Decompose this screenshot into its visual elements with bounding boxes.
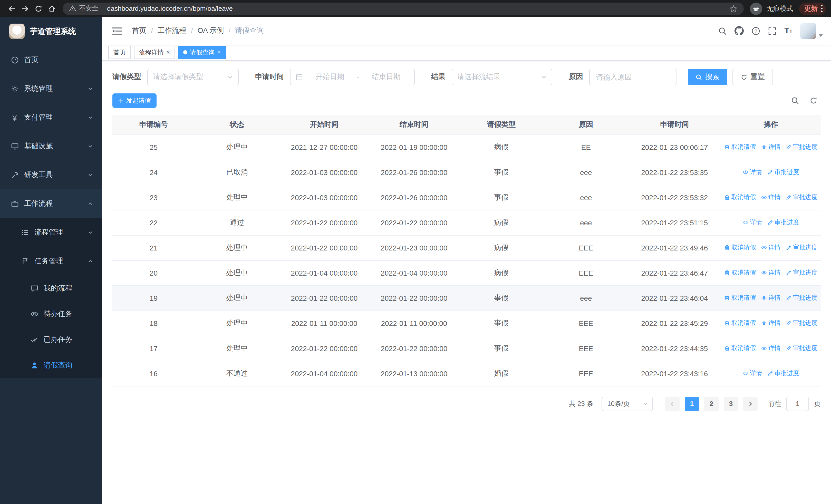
sidebar-item-system[interactable]: 系统管理 bbox=[0, 75, 102, 103]
browser-home-icon[interactable] bbox=[45, 2, 58, 15]
cell-operations: 取消请假详情审批进度 bbox=[721, 310, 821, 336]
detail-link[interactable]: 详情 bbox=[761, 269, 780, 277]
select-placeholder: 请选择请假类型 bbox=[153, 72, 203, 82]
cell-end-time: 2022-01-22 00:00:00 bbox=[369, 210, 459, 235]
page-button-1[interactable]: 1 bbox=[685, 396, 699, 411]
calendar-icon bbox=[296, 73, 303, 81]
tab-home[interactable]: 首页 bbox=[108, 46, 131, 59]
cancel-link[interactable]: 取消请假 bbox=[724, 143, 756, 152]
chevron-up-icon bbox=[88, 201, 93, 206]
progress-link[interactable]: 审批进度 bbox=[785, 269, 818, 277]
sidebar-item-task-management[interactable]: 任务管理 bbox=[0, 247, 102, 276]
page-size-select[interactable]: 10条/页 bbox=[602, 396, 653, 411]
breadcrumb-oa-example[interactable]: OA 示例 bbox=[198, 26, 224, 35]
detail-link[interactable]: 详情 bbox=[761, 344, 780, 353]
browser-menu-button[interactable]: 更新 bbox=[799, 2, 826, 14]
detail-link[interactable]: 详情 bbox=[761, 294, 780, 302]
cell-start-time: 2022-01-03 00:00:00 bbox=[279, 185, 369, 210]
tab-process-detail[interactable]: 流程详情 × bbox=[134, 46, 175, 59]
progress-link[interactable]: 审批进度 bbox=[785, 319, 818, 328]
col-leave-type: 请假类型 bbox=[459, 115, 544, 135]
close-icon[interactable]: × bbox=[166, 49, 170, 55]
detail-link[interactable]: 详情 bbox=[761, 243, 780, 252]
leave-type-select[interactable]: 请选择请假类型 bbox=[147, 69, 239, 85]
tab-leave-query[interactable]: 请假查询 × bbox=[178, 46, 226, 59]
close-icon[interactable]: × bbox=[217, 49, 221, 55]
table-row: 23处理中2022-01-03 00:00:002022-01-26 00:00… bbox=[112, 185, 821, 210]
detail-link[interactable]: 详情 bbox=[742, 369, 762, 378]
progress-link[interactable]: 审批进度 bbox=[767, 168, 799, 177]
cancel-link[interactable]: 取消请假 bbox=[724, 269, 756, 277]
help-icon[interactable]: ? bbox=[751, 26, 760, 35]
browser-back-icon[interactable] bbox=[5, 2, 19, 15]
fullscreen-icon[interactable] bbox=[768, 26, 777, 35]
search-icon[interactable] bbox=[718, 26, 727, 35]
detail-link[interactable]: 详情 bbox=[761, 319, 780, 328]
sidebar-item-infrastructure[interactable]: 基础设施 bbox=[0, 132, 102, 161]
page-button-2[interactable]: 2 bbox=[704, 396, 719, 411]
user-menu[interactable] bbox=[800, 23, 823, 39]
user-avatar[interactable] bbox=[800, 23, 816, 39]
cancel-link[interactable]: 取消请假 bbox=[724, 193, 756, 202]
reset-button[interactable]: 重置 bbox=[733, 69, 773, 85]
progress-link[interactable]: 审批进度 bbox=[785, 344, 818, 353]
cancel-link[interactable]: 取消请假 bbox=[724, 243, 756, 252]
table-row: 24已取消2022-01-03 00:00:002022-01-26 00:00… bbox=[112, 159, 821, 185]
page-button-3[interactable]: 3 bbox=[724, 396, 738, 411]
svg-text:?: ? bbox=[754, 28, 757, 34]
sidebar-item-home[interactable]: 首页 bbox=[0, 46, 102, 75]
col-apply-time: 申请时间 bbox=[628, 115, 721, 135]
cell-operations: 详情审批进度 bbox=[721, 159, 821, 185]
security-warning-icon[interactable] bbox=[69, 5, 77, 12]
progress-link[interactable]: 审批进度 bbox=[767, 218, 799, 227]
sidebar-item-leave-query[interactable]: 请假查询 bbox=[0, 353, 102, 378]
result-select[interactable]: 请选择流结果 bbox=[452, 69, 552, 85]
progress-link[interactable]: 审批进度 bbox=[785, 143, 818, 152]
pagination: 共 23 条 10条/页 123 前往 页 bbox=[112, 396, 821, 411]
cancel-link[interactable]: 取消请假 bbox=[724, 344, 756, 353]
cell-end-time: 2022-01-11 00:00:00 bbox=[369, 310, 459, 336]
browser-forward-icon[interactable] bbox=[19, 2, 32, 15]
reason-input[interactable] bbox=[589, 69, 677, 85]
sidebar-collapse-icon[interactable] bbox=[109, 24, 125, 38]
goto-page-input[interactable] bbox=[786, 396, 809, 411]
font-size-icon[interactable]: TT bbox=[784, 27, 793, 35]
security-label[interactable]: 不安全 bbox=[79, 4, 98, 13]
sidebar-item-my-processes[interactable]: 我的流程 bbox=[0, 276, 102, 301]
sidebar-item-label: 任务管理 bbox=[34, 257, 63, 266]
sidebar-item-payment[interactable]: ¥ 支付管理 bbox=[0, 103, 102, 132]
toolbar-refresh-icon[interactable] bbox=[809, 96, 818, 105]
apply-time-range-picker[interactable]: 开始日期 - 结束日期 bbox=[290, 69, 415, 85]
progress-link[interactable]: 审批进度 bbox=[767, 369, 799, 378]
cell-apply-id: 21 bbox=[112, 235, 195, 260]
search-button[interactable]: 搜索 bbox=[688, 69, 727, 85]
github-icon[interactable] bbox=[735, 26, 744, 35]
sidebar-item-dev-tools[interactable]: 研发工具 bbox=[0, 161, 102, 189]
address-bar[interactable]: 不安全 dashboard.yudao.iocoder.cn/bpm/oa/le… bbox=[63, 2, 744, 14]
progress-link[interactable]: 审批进度 bbox=[785, 193, 818, 202]
bookmark-star-icon[interactable] bbox=[729, 4, 738, 12]
detail-link[interactable]: 详情 bbox=[742, 218, 762, 227]
prev-page-button[interactable] bbox=[665, 396, 680, 411]
sidebar-item-process-management[interactable]: 流程管理 bbox=[0, 218, 102, 247]
detail-link[interactable]: 详情 bbox=[742, 168, 762, 177]
breadcrumb-workflow[interactable]: 工作流程 bbox=[157, 26, 186, 35]
create-leave-button[interactable]: 发起请假 bbox=[112, 93, 156, 108]
breadcrumb-home[interactable]: 首页 bbox=[132, 26, 146, 35]
sidebar-item-workflow[interactable]: 工作流程 bbox=[0, 189, 102, 218]
sidebar-item-label: 支付管理 bbox=[24, 113, 53, 122]
sidebar-item-todo-tasks[interactable]: 待办任务 bbox=[0, 301, 102, 327]
detail-link[interactable]: 详情 bbox=[761, 193, 780, 202]
cancel-link[interactable]: 取消请假 bbox=[724, 319, 756, 328]
toolbar-search-icon[interactable] bbox=[791, 96, 799, 105]
browser-reload-icon[interactable] bbox=[32, 2, 45, 15]
detail-link[interactable]: 详情 bbox=[761, 143, 780, 152]
cell-reason: eee bbox=[544, 185, 628, 210]
url-text[interactable]: dashboard.yudao.iocoder.cn/bpm/oa/leave bbox=[107, 5, 233, 12]
progress-link[interactable]: 审批进度 bbox=[785, 243, 818, 252]
cancel-link[interactable]: 取消请假 bbox=[724, 294, 756, 302]
progress-link[interactable]: 审批进度 bbox=[785, 294, 818, 302]
next-page-button[interactable] bbox=[743, 396, 757, 411]
cell-end-time: 2022-01-26 00:00:00 bbox=[369, 185, 459, 210]
sidebar-item-done-tasks[interactable]: 已办任务 bbox=[0, 327, 102, 353]
